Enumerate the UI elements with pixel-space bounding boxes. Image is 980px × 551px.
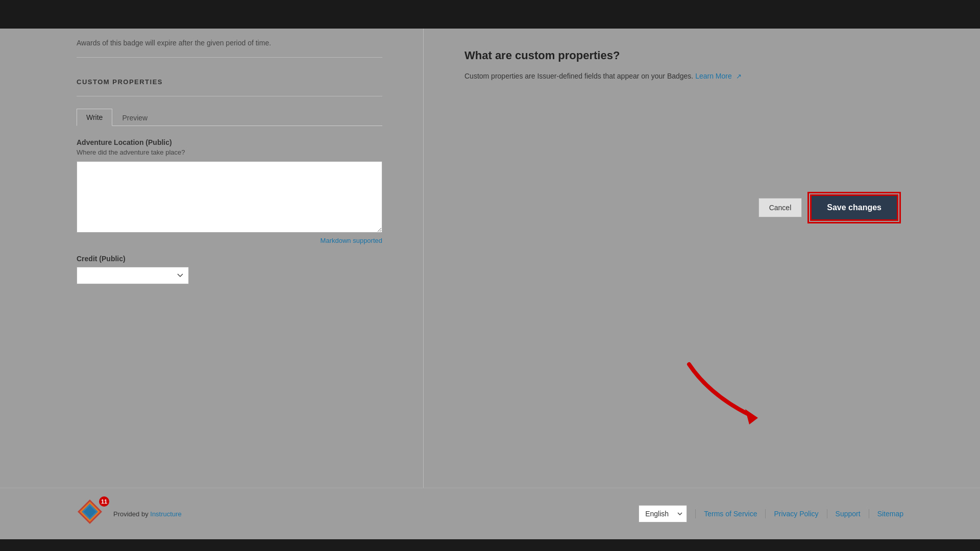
left-panel: Awards of this badge will expire after t… [0, 29, 424, 488]
section-divider [77, 96, 382, 96]
custom-properties-heading: CUSTOM PROPERTIES [77, 78, 382, 86]
adventure-location-textarea[interactable] [77, 161, 382, 233]
adventure-location-sublabel: Where did the adventure take place? [77, 148, 382, 156]
sidebar-title: What are custom properties? [464, 49, 939, 62]
privacy-policy-link[interactable]: Privacy Policy [774, 510, 818, 518]
instructure-link[interactable]: Instructure [150, 510, 181, 518]
provided-by-text: Provided by Instructure [113, 510, 182, 518]
editor-tabs: Write Preview [77, 109, 382, 126]
sitemap-link[interactable]: Sitemap [877, 510, 903, 518]
footer-left: 11 Provided by Instructure [77, 498, 182, 529]
top-navigation-bar [0, 0, 980, 29]
support-link[interactable]: Support [836, 510, 861, 518]
save-changes-button[interactable]: Save changes [810, 194, 898, 221]
footer-divider-2 [765, 509, 766, 518]
adventure-location-field: Adventure Location (Public) Where did th… [77, 138, 382, 244]
tab-preview[interactable]: Preview [112, 109, 157, 126]
footer-divider-4 [869, 509, 869, 518]
main-content-area: Awards of this badge will expire after t… [0, 29, 980, 488]
action-buttons-area: Cancel Save changes [464, 174, 939, 231]
credit-select[interactable] [77, 267, 189, 284]
credit-label: Credit (Public) [77, 255, 382, 263]
learn-more-link[interactable]: Learn More ↗︎ [695, 72, 741, 80]
adventure-location-label: Adventure Location (Public) [77, 138, 382, 146]
cancel-button[interactable]: Cancel [758, 198, 802, 217]
sidebar-description: Custom properties are Issuer-defined fie… [464, 70, 939, 82]
expiry-notice: Awards of this badge will expire after t… [77, 39, 382, 58]
footer-right: English Spanish French Terms of Service … [639, 505, 903, 522]
markdown-supported-link[interactable]: Markdown supported [77, 237, 382, 244]
badge-notification-count: 11 [99, 496, 109, 507]
badge-icon-container: 11 [77, 498, 107, 529]
external-link-icon: ↗︎ [736, 71, 742, 82]
terms-of-service-link[interactable]: Terms of Service [704, 510, 757, 518]
credit-field: Credit (Public) [77, 255, 382, 284]
tab-write[interactable]: Write [77, 109, 112, 126]
footer: 11 Provided by Instructure English Spani… [0, 488, 980, 539]
footer-divider-3 [827, 509, 827, 518]
bottom-bar [0, 539, 980, 551]
footer-divider-1 [695, 509, 696, 518]
language-select[interactable]: English Spanish French [639, 505, 687, 522]
right-panel: What are custom properties? Custom prope… [424, 29, 980, 488]
